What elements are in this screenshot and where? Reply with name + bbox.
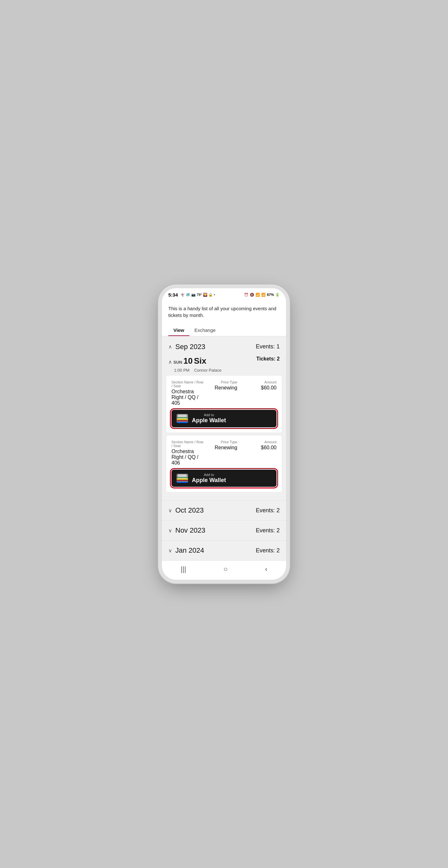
month-events-count-nov2023: Events: 2 [256, 527, 280, 534]
month-header-left-nov2023: ∨ Nov 2023 [168, 526, 205, 534]
event-header-left: ∧ SUN 10 Six [168, 356, 206, 366]
stripe-green-2 [177, 477, 188, 478]
ticket-pricetype-label-1: Price Type [204, 380, 237, 384]
chevron-down-jan2024: ∨ [168, 548, 172, 554]
event-day-label: SUN [173, 360, 182, 365]
bottom-nav: ||| ○ ‹ [162, 560, 286, 580]
ticket-pricetype-value-1: Renewing [204, 385, 237, 391]
signal-icon: 📶 [261, 293, 266, 297]
stripe-green-1 [177, 417, 188, 418]
month-label-jan2024: Jan 2024 [175, 546, 204, 555]
ticket-pricetype-group-1: Price Type Renewing [204, 380, 237, 391]
status-time: 5:34 [168, 292, 178, 298]
wallet-text-group-2: Add to Apple Wallet [192, 473, 226, 484]
wallet-name-label-1: Apple Wallet [192, 417, 226, 424]
stripe-yellow-2 [177, 478, 188, 479]
tab-view[interactable]: View [168, 323, 189, 336]
wallet-stripes-1 [177, 417, 188, 423]
add-to-apple-wallet-button-1[interactable]: Add to Apple Wallet [171, 410, 277, 427]
ticket-section-value-2: Orchestra Right / QQ / 406 [171, 448, 204, 466]
tabs-bar: View Exchange [162, 323, 286, 336]
event-header-sun10-six[interactable]: ∧ SUN 10 Six Tickets: 2 [162, 356, 286, 368]
wallet-icon-2 [177, 474, 188, 483]
ticket-amount-group-2: Amount $60.00 [244, 440, 277, 451]
chevron-down-oct2023: ∨ [168, 507, 172, 514]
stripe-blue-2 [177, 482, 188, 483]
wallet-add-label-1: Add to [192, 413, 226, 417]
month-label-sep2023: Sep 2023 [175, 343, 205, 351]
month-header-left-sep2023: ∧ Sep 2023 [168, 343, 205, 351]
nav-back[interactable]: ‹ [265, 565, 267, 574]
ticket-amount-label-1: Amount [244, 380, 277, 384]
wallet-text-group-1: Add to Apple Wallet [192, 413, 226, 424]
stripe-red-2 [177, 480, 188, 481]
month-header-sep2023[interactable]: ∧ Sep 2023 Events: 1 [162, 336, 286, 356]
event-sun10-six: ∧ SUN 10 Six Tickets: 2 1:00 PM Connor P… [162, 356, 286, 500]
status-bar: 5:34 👻 🗺️ 📷 79° 🌄 🔒 • ⏰ 🔇 📶 📶 67% 🔋 [162, 288, 286, 300]
status-right: ⏰ 🔇 📶 📶 67% 🔋 [244, 293, 280, 297]
battery-icon: 🔋 [275, 293, 280, 297]
ticket-section-label-1: Section Name / Row / Seat [171, 380, 204, 388]
ticket-amount-label-2: Amount [244, 440, 277, 444]
ticket-section-value-1: Orchestra Right / QQ / 405 [171, 389, 204, 406]
event-meta: 1:00 PM Connor Palace [162, 368, 286, 376]
stripe-yellow-1 [177, 419, 188, 420]
month-label-nov2023: Nov 2023 [175, 526, 205, 534]
intro-description: This is a handy list of all your upcomin… [168, 306, 276, 318]
ticket-section-group-2: Section Name / Row / Seat Orchestra Righ… [171, 440, 204, 466]
wallet-add-label-2: Add to [192, 473, 226, 477]
nav-home[interactable]: ○ [223, 565, 227, 574]
ticket-amount-group-1: Amount $60.00 [244, 380, 277, 391]
phone-frame: 5:34 👻 🗺️ 📷 79° 🌄 🔒 • ⏰ 🔇 📶 📶 67% 🔋 This… [162, 288, 286, 580]
event-time: 1:00 PM [174, 368, 189, 373]
month-header-left-jan2024: ∨ Jan 2024 [168, 546, 204, 555]
main-content: This is a handy list of all your upcomin… [162, 300, 286, 561]
month-events-count-jan2024: Events: 2 [256, 547, 280, 554]
chevron-up-sep2023: ∧ [168, 344, 172, 350]
event-name: Six [194, 356, 206, 366]
status-icons: 👻 🗺️ 📷 79° 🌄 🔒 • [181, 293, 215, 297]
wifi-icon: 📶 [256, 293, 260, 297]
ticket-card-1: Section Name / Row / Seat Orchestra Righ… [166, 376, 282, 432]
month-header-jan2024[interactable]: ∨ Jan 2024 Events: 2 [162, 540, 286, 560]
event-venue: Connor Palace [194, 368, 221, 373]
month-header-oct2023[interactable]: ∨ Oct 2023 Events: 2 [162, 500, 286, 520]
ticket-amount-value-2: $60.00 [244, 445, 277, 451]
wallet-icon-1 [177, 414, 188, 423]
nav-recent-apps[interactable]: ||| [181, 565, 186, 574]
ticket-amount-value-1: $60.00 [244, 385, 277, 391]
wallet-name-label-2: Apple Wallet [192, 477, 226, 484]
event-day-num: 10 [183, 356, 192, 366]
wallet-stripes-2 [177, 477, 188, 483]
stripe-red-1 [177, 420, 188, 421]
ticket-pricetype-group-2: Price Type Renewing [204, 440, 237, 451]
ticket-card-2: Section Name / Row / Seat Orchestra Righ… [166, 436, 282, 492]
stripe-blue-1 [177, 422, 188, 423]
tab-exchange[interactable]: Exchange [189, 323, 221, 336]
month-header-nov2023[interactable]: ∨ Nov 2023 Events: 2 [162, 520, 286, 540]
ticket-section-label-2: Section Name / Row / Seat [171, 440, 204, 448]
intro-text: This is a handy list of all your upcomin… [162, 300, 286, 323]
add-to-apple-wallet-button-2[interactable]: Add to Apple Wallet [171, 470, 277, 487]
ticket-pricetype-label-2: Price Type [204, 440, 237, 444]
battery-pct: 67% [267, 293, 274, 297]
ticket-fields-1: Section Name / Row / Seat Orchestra Righ… [171, 380, 277, 406]
ticket-fields-2: Section Name / Row / Seat Orchestra Righ… [171, 440, 277, 466]
alarm-icon: ⏰ [244, 293, 249, 297]
month-header-left-oct2023: ∨ Oct 2023 [168, 506, 204, 515]
month-label-oct2023: Oct 2023 [175, 506, 204, 515]
month-events-count-oct2023: Events: 2 [256, 507, 280, 514]
ticket-pricetype-value-2: Renewing [204, 445, 237, 451]
ticket-section-group-1: Section Name / Row / Seat Orchestra Righ… [171, 380, 204, 406]
chevron-down-nov2023: ∨ [168, 528, 172, 534]
chevron-up-event: ∧ [168, 359, 172, 365]
month-section-sep2023: ∧ Sep 2023 Events: 1 ∧ SUN 10 Six Ticket… [162, 336, 286, 500]
status-left: 5:34 👻 🗺️ 📷 79° 🌄 🔒 • [168, 292, 215, 298]
event-tickets-count: Tickets: 2 [256, 356, 280, 362]
month-events-count-sep2023: Events: 1 [256, 343, 280, 350]
mute-icon: 🔇 [250, 293, 254, 297]
